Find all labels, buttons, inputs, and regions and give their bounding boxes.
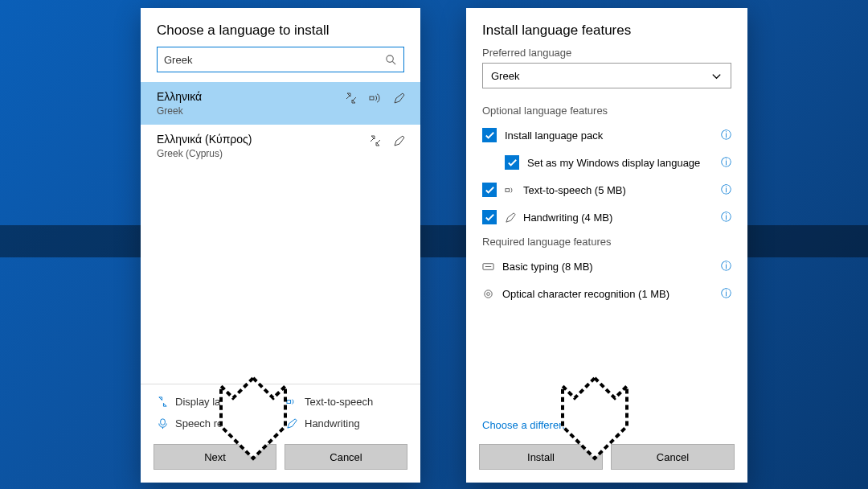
checkbox[interactable] [482,183,497,197]
check-icon [484,184,496,196]
tts-icon [369,92,382,105]
feature-set-display[interactable]: Set as my Windows display language ⓘ [466,149,747,176]
svg-rect-2 [370,97,374,100]
info-icon[interactable]: ⓘ [721,155,731,170]
chevron-down-icon [710,70,723,82]
legend-label: Handwriting [305,417,360,429]
handwriting-icon [505,212,517,224]
tts-icon [505,184,517,196]
legend-display: Display language [157,396,275,408]
language-feature-icons [369,134,406,147]
cancel-button[interactable]: Cancel [285,444,407,470]
handwriting-icon [393,92,406,105]
handwriting-icon [393,134,406,147]
search-input[interactable] [164,54,385,66]
checkbox[interactable] [482,210,497,224]
language-english-name: Greek (Cyprus) [157,148,404,159]
svg-point-0 [387,55,393,61]
checkbox[interactable] [482,128,497,142]
required-features-heading: Required language features [466,231,747,253]
svg-rect-4 [161,419,166,425]
preferred-language-label: Preferred language [466,47,747,63]
optional-features-heading: Optional language features [466,100,747,121]
panel-title: Install language features [466,8,747,47]
info-icon[interactable]: ⓘ [721,286,731,301]
language-feature-icons [345,92,406,105]
search-input-wrap[interactable] [157,47,404,72]
choose-different-language-link[interactable]: Choose a different language [466,411,747,436]
legend-hand: Handwriting [286,417,404,429]
language-native-name: Ελληνικά (Κύπρος) [157,133,404,146]
info-icon[interactable]: ⓘ [721,210,731,224]
next-button[interactable]: Next [154,444,276,470]
feature-ocr: Optical character recognition (1 MB) ⓘ [466,280,747,307]
feature-label: Set as my Windows display language [527,157,713,169]
svg-point-8 [487,292,490,295]
ocr-icon [482,288,494,300]
check-icon [506,157,518,169]
search-wrap [141,47,420,82]
display-icon [369,134,382,147]
language-item-greek[interactable]: Ελληνικά Greek [141,82,420,125]
feature-label: Optical character recognition (1 MB) [502,288,713,300]
svg-rect-3 [287,401,291,404]
language-english-name: Greek [157,105,404,117]
install-features-panel: Install language features Preferred lang… [466,8,747,483]
checkbox[interactable] [505,155,519,170]
feature-label: Text-to-speech (5 MB) [505,184,713,196]
button-row: Next Cancel [141,436,420,483]
feature-label: Basic typing (8 MB) [502,261,713,273]
keyboard-icon [482,261,494,273]
search-icon [385,54,397,66]
feature-handwriting[interactable]: Handwriting (4 MB) ⓘ [466,203,747,231]
install-button[interactable]: Install [479,444,603,470]
check-icon [484,212,496,224]
handwriting-icon [286,417,298,429]
button-row: Install Cancel [466,436,747,483]
feature-basic-typing: Basic typing (8 MB) ⓘ [466,253,747,280]
svg-line-1 [392,61,395,64]
feature-tts[interactable]: Text-to-speech (5 MB) ⓘ [466,176,747,203]
feature-label: Install language pack [505,129,713,142]
info-icon[interactable]: ⓘ [721,183,731,197]
panel-title: Choose a language to install [141,8,420,47]
feature-install-pack[interactable]: Install language pack ⓘ [466,121,747,149]
feature-label: Handwriting (4 MB) [505,212,713,224]
dropdown-value: Greek [491,70,519,82]
feature-legend: Display language Text-to-speech Speech r… [141,384,420,436]
preferred-language-dropdown[interactable]: Greek [482,63,731,88]
info-icon[interactable]: ⓘ [721,259,731,273]
display-icon [157,396,169,408]
tts-icon [286,396,298,408]
legend-tts: Text-to-speech [286,396,404,408]
legend-label: Speech recognition [175,417,264,429]
legend-label: Display language [175,396,256,408]
svg-rect-5 [506,188,510,191]
svg-point-7 [485,290,492,297]
language-item-greek-cyprus[interactable]: Ελληνικά (Κύπρος) Greek (Cyprus) [141,125,420,167]
language-list: Ελληνικά Greek Ελληνικά (Κύπρος) Greek (… [141,82,420,167]
legend-speech: Speech recognition [157,417,275,429]
cancel-button[interactable]: Cancel [611,444,735,470]
display-icon [345,92,358,105]
info-icon[interactable]: ⓘ [721,128,731,142]
check-icon [484,129,496,142]
choose-language-panel: Choose a language to install Ελληνικά Gr… [141,8,420,483]
legend-label: Text-to-speech [305,396,373,408]
speech-icon [157,417,169,429]
